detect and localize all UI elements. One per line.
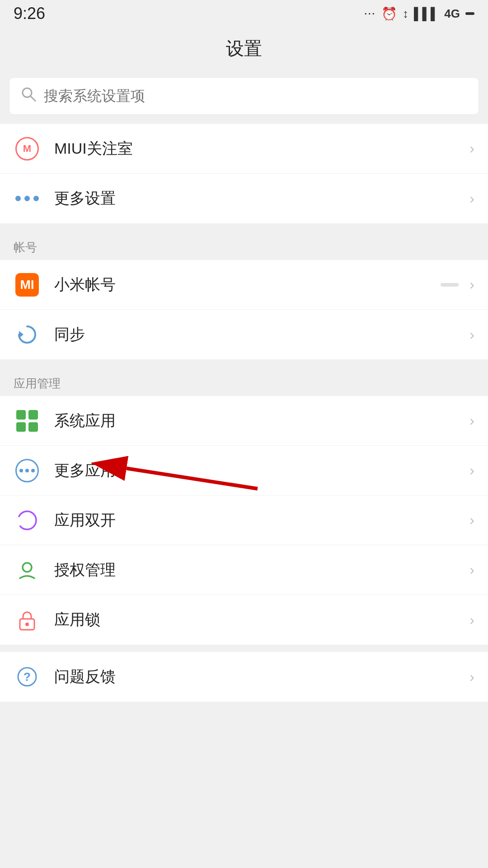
settings-group-account: MI 小米帐号 › 同步 › <box>0 260 488 359</box>
auth-icon <box>14 557 41 584</box>
dual-apps-label: 应用双开 <box>54 510 466 531</box>
settings-group-app-management: 系统应用 › 更多应用 › <box>0 396 488 645</box>
lock-icon <box>14 606 41 633</box>
settings-group-feedback: ? 问题反馈 › <box>0 652 488 702</box>
status-icons: ··· ⏰ ↕ ▌▌▌ 4G <box>364 6 474 21</box>
chevron-icon: › <box>469 190 474 207</box>
section-top: M MIUI关注室 › 更多设置 › <box>0 124 488 223</box>
settings-item-system-apps[interactable]: 系统应用 › <box>0 396 488 446</box>
svg-marker-2 <box>19 331 23 338</box>
grid-icon <box>14 407 41 434</box>
settings-item-miui[interactable]: M MIUI关注室 › <box>0 124 488 174</box>
settings-item-mi-account[interactable]: MI 小米帐号 › <box>0 260 488 310</box>
search-input[interactable] <box>44 88 468 104</box>
settings-item-feedback[interactable]: ? 问题反馈 › <box>0 652 488 702</box>
signal-bars-icon: ▌▌▌ <box>414 7 439 21</box>
system-apps-label: 系统应用 <box>54 410 466 431</box>
question-icon: ? <box>14 663 41 690</box>
chevron-icon: › <box>469 276 474 293</box>
chevron-icon: › <box>469 412 474 429</box>
search-icon <box>20 86 37 106</box>
miui-icon: M <box>14 135 41 162</box>
svg-point-5 <box>18 511 36 529</box>
page-title: 设置 <box>226 38 262 58</box>
chevron-icon: › <box>469 326 474 343</box>
mi-account-label: 小米帐号 <box>54 274 441 295</box>
chevron-icon: › <box>469 612 474 628</box>
feedback-label: 问题反馈 <box>54 666 466 687</box>
sync-label: 同步 <box>54 324 466 345</box>
vibrate-icon: ↕ <box>403 7 408 21</box>
section-app-management: 应用管理 系统应用 › 更多应用 › <box>0 367 488 645</box>
chevron-icon: › <box>469 140 474 157</box>
section-feedback: ? 问题反馈 › <box>0 652 488 702</box>
more-settings-label: 更多设置 <box>54 188 466 209</box>
sync-icon <box>14 321 41 348</box>
svg-text:?: ? <box>23 670 31 684</box>
battery-icon <box>465 12 474 15</box>
miui-label: MIUI关注室 <box>54 138 466 159</box>
alarm-icon: ⏰ <box>381 6 397 21</box>
svg-line-1 <box>31 96 35 101</box>
auth-management-label: 授权管理 <box>54 560 466 580</box>
more-apps-icon <box>14 457 41 484</box>
chevron-icon: › <box>469 512 474 528</box>
svg-point-8 <box>25 623 29 626</box>
section-label-account: 帐号 <box>0 231 488 260</box>
section-label-app-management: 应用管理 <box>0 367 488 396</box>
settings-item-sync[interactable]: 同步 › <box>0 310 488 359</box>
page-header: 设置 <box>0 27 488 72</box>
signal-dots: ··· <box>364 9 376 19</box>
network-4g: 4G <box>444 7 460 21</box>
settings-item-more-settings[interactable]: 更多设置 › <box>0 174 488 223</box>
search-bar[interactable] <box>9 77 479 115</box>
search-container <box>0 72 488 124</box>
svg-point-6 <box>23 563 32 572</box>
settings-list: M MIUI关注室 › 更多设置 › 帐号 <box>0 124 488 702</box>
settings-item-dual-apps[interactable]: 应用双开 › <box>0 495 488 545</box>
settings-item-auth-management[interactable]: 授权管理 › <box>0 545 488 595</box>
more-apps-label: 更多应用 <box>54 460 466 481</box>
chevron-icon: › <box>469 462 474 479</box>
section-account: 帐号 MI 小米帐号 › 同步 › <box>0 231 488 359</box>
mi-icon: MI <box>14 271 41 298</box>
status-bar: 9:26 ··· ⏰ ↕ ▌▌▌ 4G <box>0 0 488 27</box>
app-lock-label: 应用锁 <box>54 609 466 630</box>
settings-item-more-apps[interactable]: 更多应用 › <box>0 446 488 495</box>
settings-group-top: M MIUI关注室 › 更多设置 › <box>0 124 488 223</box>
dual-icon <box>14 507 41 534</box>
mi-account-value <box>441 283 459 287</box>
settings-item-app-lock[interactable]: 应用锁 › <box>0 595 488 645</box>
dots-icon <box>14 185 41 212</box>
status-time: 9:26 <box>14 4 45 23</box>
chevron-icon: › <box>469 561 474 578</box>
chevron-icon: › <box>469 669 474 685</box>
